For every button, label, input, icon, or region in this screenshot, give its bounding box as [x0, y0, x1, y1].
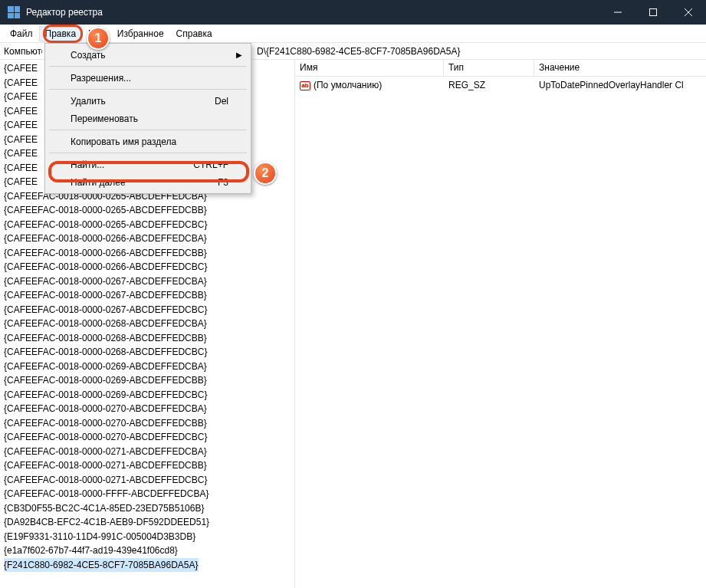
tree-item[interactable]: {E19F9331-3110-11D4-991C-005004D3B3DB}: [4, 530, 294, 544]
tree-item[interactable]: {CAFEEFAC-0018-0000-0270-ABCDEFFEDCBC}: [4, 430, 294, 445]
menu-edit[interactable]: Правка: [39, 26, 83, 41]
tree-item[interactable]: {CAFEEFAC-0018-0000-0268-ABCDEFFEDCBC}: [4, 345, 294, 360]
string-value-icon: ab: [300, 81, 310, 90]
tree-item[interactable]: {CAFEEFAC-0018-0000-0262-ABCDEFFEDCBA}: [4, 61, 38, 76]
col-type[interactable]: Тип: [444, 60, 534, 76]
svg-rect-1: [650, 9, 657, 16]
list-header[interactable]: Имя Тип Значение: [295, 60, 706, 77]
tree-item[interactable]: {CAFEEFAC-0018-0000-0269-ABCDEFFEDCBA}: [4, 360, 294, 374]
window-title: Редактор реестра: [26, 7, 103, 18]
app-icon: [8, 6, 20, 18]
dd-copy-key[interactable]: Копировать имя раздела: [48, 133, 248, 150]
tree-item[interactable]: {CAFEEFAC-0018-0000-0267-ABCDEFFEDCBA}: [4, 274, 294, 289]
tree-item[interactable]: {CAFEEFAC-0018-0000-0265-ABCDEFFEDCBB}: [4, 203, 294, 218]
tree-item[interactable]: {CB3D0F55-BC2C-4C1A-85ED-23ED75B5106B}: [4, 501, 294, 516]
tree-item[interactable]: {CAFEEFAC-0018-0000-0265-ABCDEFFEDCBC}: [4, 218, 294, 232]
dd-separator: [49, 153, 247, 153]
cell-value: UpToDatePinnedOverlayHandler Cl: [534, 78, 703, 92]
value-name: (По умолчанию): [314, 80, 382, 90]
col-name[interactable]: Имя: [295, 60, 444, 76]
tree-item[interactable]: {CAFEEFAC-0018-0000-0264-ABCDEFFEDCBB}: [4, 133, 38, 147]
menu-help[interactable]: Справка: [170, 26, 218, 41]
col-value[interactable]: Значение: [534, 60, 703, 76]
window-controls: [600, 0, 706, 25]
tree-item[interactable]: {CAFEEFAC-0018-0000-0268-ABCDEFFEDCBB}: [4, 331, 294, 346]
tree-item[interactable]: {CAFEEFAC-0018-0000-0263-ABCDEFFEDCBA}: [4, 90, 38, 104]
dd-separator: [49, 89, 247, 90]
tree-item[interactable]: {CAFEEFAC-0018-0000-0270-ABCDEFFEDCBB}: [4, 416, 294, 431]
tree-item[interactable]: {CAFEEFAC-0018-0000-0265-ABCDEFFEDCBC}: [4, 175, 38, 189]
minimize-button[interactable]: [600, 0, 635, 25]
list-row[interactable]: ab(По умолчанию) REG_SZ UpToDatePinnedOv…: [295, 77, 706, 92]
tree-item[interactable]: {CAFEEFAC-0018-0000-0267-ABCDEFFEDCBC}: [4, 303, 294, 317]
tree-item[interactable]: {CAFEEFAC-0018-0000-0266-ABCDEFFEDCBA}: [4, 232, 294, 246]
maximize-button[interactable]: [635, 0, 671, 25]
values-panel[interactable]: Имя Тип Значение ab(По умолчанию) REG_SZ…: [295, 60, 706, 588]
cell-type: REG_SZ: [444, 78, 534, 92]
tree-item[interactable]: {e1a7f602-67b7-44f7-ad19-439e41f06cd8}: [4, 544, 294, 558]
tree-item[interactable]: {CAFEEFAC-0018-0000-0267-ABCDEFFEDCBB}: [4, 288, 294, 303]
annotation-badge-1: 1: [87, 27, 110, 50]
dd-delete[interactable]: УдалитьDel: [48, 92, 248, 110]
tree-item[interactable]: {CAFEEFAC-0018-0000-0263-ABCDEFFEDCBB}: [4, 104, 38, 119]
tree-item[interactable]: {CAFEEFAC-0018-0000-0262-ABCDEFFEDCBB}: [4, 76, 38, 90]
tree-item[interactable]: {CAFEEFAC-0018-0000-0269-ABCDEFFEDCBC}: [4, 388, 294, 402]
dd-new[interactable]: Создать▶: [48, 46, 248, 64]
submenu-arrow-icon: ▶: [236, 51, 242, 59]
dd-separator: [49, 130, 247, 130]
tree-item[interactable]: {DA92B4CB-EFC2-4C1B-AEB9-DF592DDEED51}: [4, 515, 294, 530]
menu-file[interactable]: Файл: [4, 26, 39, 41]
title-bar: Редактор реестра: [0, 0, 706, 25]
tree-item[interactable]: {CAFEEFAC-0018-0000-0265-ABCDEFFEDCBA}: [4, 146, 38, 161]
tree-item[interactable]: {CAFEEFAC-0018-0000-0268-ABCDEFFEDCBA}: [4, 317, 294, 331]
edit-dropdown: Создать▶ Разрешения... УдалитьDel Переим…: [44, 43, 251, 194]
tree-item-selected[interactable]: {F241C880-6982-4CE5-8CF7-7085BA96DA5A}: [4, 558, 294, 573]
dd-find-next[interactable]: Найти далееF3: [48, 173, 248, 191]
address-root: Компьютер: [4, 46, 42, 57]
tree-item[interactable]: {CAFEEFAC-0018-0000-0270-ABCDEFFEDCBA}: [4, 402, 294, 416]
tree-item[interactable]: {CAFEEFAC-0018-0000-0271-ABCDEFFEDCBA}: [4, 445, 294, 459]
dd-rename[interactable]: Переименовать: [48, 110, 248, 127]
tree-item[interactable]: {CAFEEFAC-0018-0000-0266-ABCDEFFEDCBB}: [4, 246, 294, 261]
tree-item[interactable]: {CAFEEFAC-0018-0000-0265-ABCDEFFEDCBB}: [4, 161, 38, 176]
tree-item[interactable]: {CAFEEFAC-0018-0000-FFFF-ABCDEFFEDCBA}: [4, 487, 294, 501]
tree-item[interactable]: {CAFEEFAC-0018-0000-0271-ABCDEFFEDCBC}: [4, 473, 294, 488]
tree-item[interactable]: {CAFEEFAC-0018-0000-0264-ABCDEFFEDCBA}: [4, 118, 38, 133]
tree-item[interactable]: {CAFEEFAC-0018-0000-0269-ABCDEFFEDCBB}: [4, 373, 294, 388]
menu-favorites[interactable]: Избранное: [111, 26, 170, 41]
tree-item[interactable]: {CAFEEFAC-0018-0000-0266-ABCDEFFEDCBC}: [4, 260, 294, 274]
close-button[interactable]: [671, 0, 706, 25]
dd-find[interactable]: Найти...CTRL+F: [48, 156, 248, 173]
tree-item[interactable]: {CAFEEFAC-0018-0000-0271-ABCDEFFEDCBB}: [4, 458, 294, 473]
dd-permissions[interactable]: Разрешения...: [48, 69, 248, 87]
dd-separator: [49, 66, 247, 67]
cell-name: ab(По умолчанию): [295, 78, 444, 92]
annotation-badge-2: 2: [254, 162, 277, 185]
